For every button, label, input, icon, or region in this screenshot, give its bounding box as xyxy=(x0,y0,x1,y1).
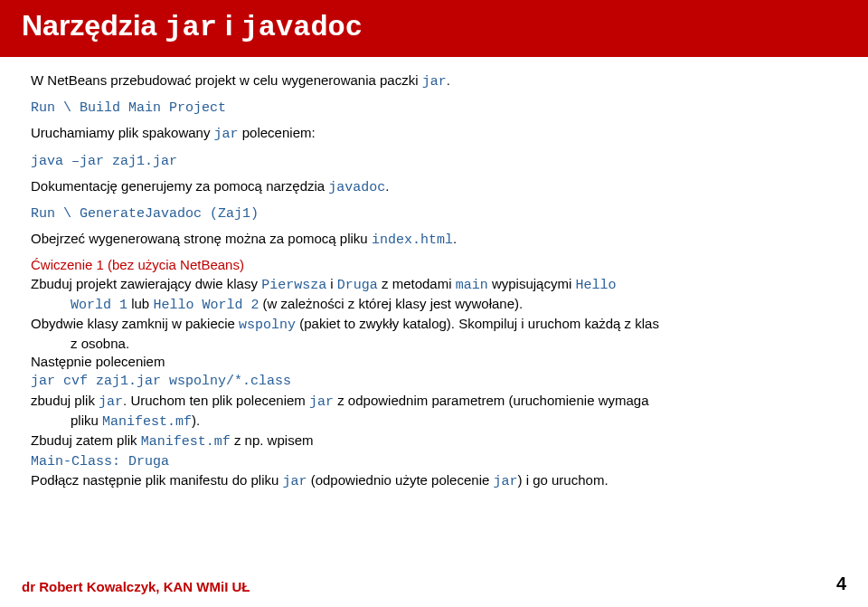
code-run-build: Run \ Build Main Project xyxy=(31,100,226,116)
paragraph-6: Run \ GenerateJavadoc (Zaj1) xyxy=(31,204,837,223)
code-jar: jar xyxy=(309,394,334,410)
exercise-line-1: Zbuduj projekt zawierający dwie klasy Pi… xyxy=(31,275,837,294)
code-manifest: Manifest.mf xyxy=(102,414,192,430)
code-main-class: Main-Class: Druga xyxy=(31,454,169,469)
footer-page-number: 4 xyxy=(836,574,846,594)
code-pierwsza: Pierwsza xyxy=(261,278,326,293)
exercise-line-3: Obydwie klasy zamknij w pakiecie wspolny… xyxy=(31,315,837,334)
slide-footer: dr Robert Kowalczyk, KAN WMiI UŁ 4 xyxy=(22,574,846,594)
exercise-line-6: jar cvf zaj1.jar wspolny/*.class xyxy=(31,371,837,390)
exercise-line-4: z osobna. xyxy=(31,335,837,352)
exercise-line-8: pliku Manifest.mf). xyxy=(31,412,837,431)
exercise-line-2: World 1 lub Hello World 2 (w zależności … xyxy=(31,295,837,314)
code-javadoc: javadoc xyxy=(328,180,385,195)
exercise-line-11: Podłącz następnie plik manifestu do plik… xyxy=(31,471,837,490)
code-jar: jar xyxy=(494,474,518,489)
code-world1: World 1 xyxy=(71,298,127,313)
code-druga: Druga xyxy=(337,278,378,293)
code-jar: jar xyxy=(214,127,239,142)
exercise-line-9: Zbuduj zatem plik Manifest.mf z np. wpis… xyxy=(31,432,837,451)
title-code-1: jar xyxy=(165,11,217,44)
code-generate-javadoc: Run \ GenerateJavadoc (Zaj1) xyxy=(31,206,259,222)
code-jar-cvf: jar cvf zaj1.jar wspolny/*.class xyxy=(31,374,291,389)
code-jar: jar xyxy=(422,74,447,90)
code-java-cmd: java –jar zaj1.jar xyxy=(31,154,177,169)
code-jar: jar xyxy=(99,394,123,410)
code-main: main xyxy=(456,278,488,293)
slide-content: W NetBeans przebudować projekt w celu wy… xyxy=(0,57,868,491)
paragraph-7: Obejrzeć wygenerowaną stronę można za po… xyxy=(31,230,837,249)
code-manifest: Manifest.mf xyxy=(141,434,231,450)
paragraph-2: Run \ Build Main Project xyxy=(31,98,837,117)
code-jar: jar xyxy=(283,474,307,489)
paragraph-3: Uruchamiamy plik spakowany jar polecenie… xyxy=(31,124,837,143)
title-text-2: i xyxy=(217,9,241,42)
code-hello-world2: Hello World 2 xyxy=(153,298,259,313)
code-wspolny: wspolny xyxy=(239,318,296,333)
paragraph-5: Dokumentację generujemy za pomocą narzęd… xyxy=(31,177,837,196)
exercise-line-7: zbuduj plik jar. Uruchom ten plik polece… xyxy=(31,392,837,411)
exercise-block: Ćwiczenie 1 (bez użycia NetBeans) Zbuduj… xyxy=(31,256,837,490)
code-hello: Hello xyxy=(575,278,616,293)
slide-title: Narzędzia jar i javadoc xyxy=(22,9,846,44)
code-index-html: index.html xyxy=(372,232,453,248)
title-text-1: Narzędzia xyxy=(22,9,165,42)
exercise-title: Ćwiczenie 1 (bez użycia NetBeans) xyxy=(31,256,837,273)
footer-author: dr Robert Kowalczyk, KAN WMiI UŁ xyxy=(22,579,250,594)
slide-header: Narzędzia jar i javadoc xyxy=(0,0,868,57)
exercise-line-5: Następnie poleceniem xyxy=(31,353,837,370)
paragraph-4: java –jar zaj1.jar xyxy=(31,151,837,170)
paragraph-1: W NetBeans przebudować projekt w celu wy… xyxy=(31,71,837,90)
title-code-2: javadoc xyxy=(241,11,363,44)
exercise-line-10: Main-Class: Druga xyxy=(31,451,837,470)
